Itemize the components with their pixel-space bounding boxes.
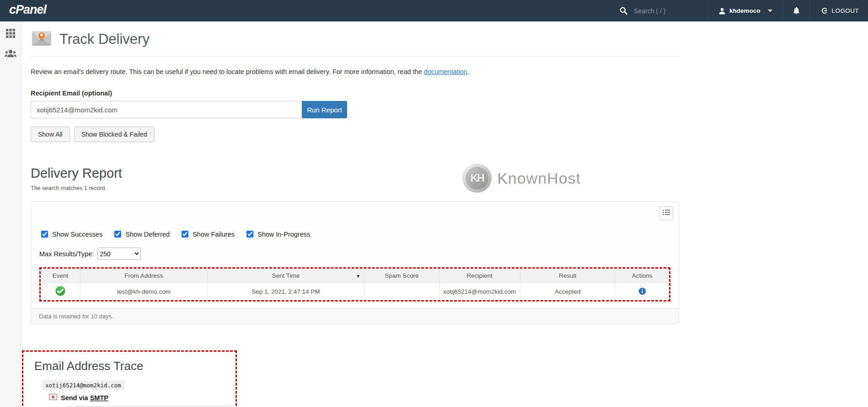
result-cell: Accepted	[520, 283, 615, 301]
smtp-link[interactable]: SMTP	[90, 394, 108, 402]
event-cell	[41, 283, 80, 301]
knownhost-badge-letters: KH	[466, 167, 488, 190]
recipient-email-label: Recipient Email (optional)	[31, 90, 679, 97]
username: khdemoco	[729, 7, 761, 14]
users-group-icon[interactable]	[5, 48, 16, 59]
send-via-prefix: Send via	[61, 394, 90, 402]
main-content: Track Delivery Review an email's deliver…	[21, 21, 868, 407]
cpanel-logo: cPanel	[9, 3, 46, 19]
info-icon[interactable]	[638, 290, 646, 296]
list-view-icon	[663, 209, 670, 217]
send-via-text: Send via SMTP	[61, 394, 108, 402]
show-in-progress-checkbox[interactable]	[246, 231, 253, 238]
logout-label: LOGOUT	[832, 7, 859, 14]
checkbox-show-in-progress[interactable]: Show In-Progress	[245, 229, 310, 239]
checkbox-label: Show Failures	[193, 231, 235, 238]
track-delivery-envelope-icon	[31, 27, 53, 51]
sort-desc-icon[interactable]: ▼	[356, 273, 360, 278]
status-filter-checkboxes: Show Successes Show Deferred Show Failur…	[39, 229, 670, 239]
left-sidebar	[0, 21, 21, 407]
show-successes-checkbox[interactable]	[41, 231, 48, 238]
page-description: Review an email's delivery route. This c…	[31, 68, 679, 75]
checkbox-show-failures[interactable]: Show Failures	[180, 229, 235, 239]
user-icon	[718, 7, 726, 15]
recipient-cell: xotij65214@mom2kid.com	[439, 283, 520, 301]
checkbox-show-deferred[interactable]: Show Deferred	[113, 229, 170, 239]
trace-address-item: xotij65214@mom2kid.com	[42, 381, 236, 390]
bell-icon	[792, 6, 801, 15]
actions-cell	[615, 283, 669, 301]
page-header: Track Delivery	[31, 27, 679, 51]
show-deferred-checkbox[interactable]	[114, 231, 121, 238]
show-blocked-failed-button[interactable]: Show Blocked & Failed	[74, 127, 155, 142]
filter-buttons-row: Show All Show Blocked & Failed	[31, 127, 679, 142]
table-header-row: Event From Address Sent Time▼ Spam Score…	[41, 269, 669, 283]
search-icon	[620, 7, 627, 15]
email-trace-title: Email Address Trace	[34, 359, 236, 373]
chevron-down-icon	[768, 10, 772, 12]
user-menu[interactable]: khdemoco	[708, 0, 782, 21]
column-header-result[interactable]: Result	[520, 269, 615, 283]
recipient-email-field[interactable]	[31, 101, 302, 118]
column-header-from-address[interactable]: From Address	[80, 269, 208, 283]
success-check-icon	[55, 291, 65, 297]
top-navbar: cPanel khdemoco LOGOUT	[0, 0, 868, 21]
table-row: test@kh-demo.com Sep 1, 2021, 2:47:14 PM…	[41, 283, 669, 301]
logout-button[interactable]: LOGOUT	[810, 0, 862, 21]
checkbox-label: Show Deferred	[125, 231, 170, 238]
report-panel: Show Successes Show Deferred Show Failur…	[31, 201, 679, 324]
recipient-email-group: Run Report	[31, 101, 347, 118]
search-match-text: The search matches 1 record.	[31, 185, 679, 191]
show-all-button[interactable]: Show All	[31, 127, 70, 142]
show-failures-checkbox[interactable]	[182, 231, 188, 238]
trace-smtp-item: Send via SMTP	[49, 394, 236, 402]
search-input[interactable]	[633, 7, 697, 15]
sent-time-label: Sent Time	[272, 272, 300, 279]
column-header-actions[interactable]: Actions	[615, 269, 669, 283]
max-results-select[interactable]: 250	[97, 248, 141, 260]
max-results-row: Max Results/Type: 250	[39, 248, 670, 260]
from-address-cell: test@kh-demo.com	[80, 283, 208, 301]
max-results-label: Max Results/Type:	[39, 250, 94, 258]
checkbox-label: Show Successes	[52, 231, 102, 238]
retention-note: Data is retained for 10 days.	[31, 308, 679, 324]
column-header-spam-score[interactable]: Spam Score	[364, 269, 439, 283]
description-period: .	[467, 68, 469, 75]
spam-score-cell	[364, 283, 439, 301]
documentation-link[interactable]: documentation	[424, 68, 467, 75]
table-annotation-red-box: Event From Address Sent Time▼ Spam Score…	[39, 267, 670, 301]
sent-time-cell: Sep 1, 2021, 2:47:14 PM	[207, 283, 364, 301]
knownhost-logo: KH KnownHost	[462, 164, 581, 193]
delivery-report-table: Event From Address Sent Time▼ Spam Score…	[41, 269, 669, 300]
run-report-button[interactable]: Run Report	[302, 101, 347, 118]
knownhost-wordmark: KnownHost	[497, 169, 581, 187]
checkbox-label: Show In-Progress	[257, 231, 310, 238]
email-trace-annotation-red-box: Email Address Trace xotij65214@mom2kid.c…	[22, 350, 237, 407]
checkbox-show-successes[interactable]: Show Successes	[39, 229, 102, 239]
header-divider	[31, 56, 679, 57]
delivery-report-section: Delivery Report KH KnownHost The search …	[31, 166, 679, 191]
logout-icon	[820, 7, 828, 15]
trace-address-chip: xotij65214@mom2kid.com	[42, 381, 125, 390]
send-mail-envelope-icon	[49, 394, 57, 402]
list-view-button[interactable]	[659, 206, 673, 220]
column-header-event[interactable]: Event	[41, 269, 80, 283]
column-header-recipient[interactable]: Recipient	[439, 269, 520, 283]
delivery-report-title: Delivery Report	[31, 166, 679, 181]
notifications-button[interactable]	[782, 0, 810, 21]
navbar-search	[610, 0, 708, 21]
page-title: Track Delivery	[59, 31, 150, 48]
description-text: Review an email's delivery route. This c…	[31, 68, 424, 75]
column-header-sent-time[interactable]: Sent Time▼	[207, 269, 364, 283]
knownhost-badge-icon: KH	[462, 164, 492, 193]
apps-grid-icon[interactable]	[5, 27, 16, 39]
